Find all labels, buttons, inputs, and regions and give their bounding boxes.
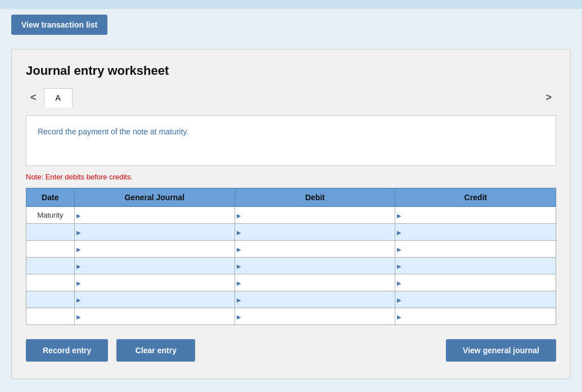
debit-cell[interactable] (235, 274, 395, 291)
journal-input[interactable] (75, 274, 234, 291)
col-date: Date (26, 188, 75, 207)
credit-input[interactable] (395, 258, 556, 274)
journal-cell[interactable] (74, 241, 234, 258)
journal-input[interactable] (75, 207, 234, 223)
journal-cell[interactable] (74, 224, 234, 241)
date-cell (26, 308, 75, 325)
date-cell (26, 241, 75, 258)
table-row (26, 241, 556, 258)
header-area: View transaction list (0, 9, 582, 40)
credit-input[interactable] (395, 274, 556, 291)
top-bar (0, 0, 582, 9)
debit-cell[interactable] (235, 291, 395, 308)
instruction-text: Record the payment of the note at maturi… (38, 127, 188, 136)
table-row (26, 274, 556, 291)
table-row (26, 308, 556, 325)
debit-input[interactable] (235, 224, 395, 240)
credit-input[interactable] (395, 241, 556, 257)
date-cell (26, 274, 75, 291)
col-credit: Credit (395, 188, 556, 207)
debit-input[interactable] (235, 258, 395, 274)
table-row (26, 224, 556, 241)
clear-entry-button[interactable]: Clear entry (116, 339, 195, 362)
journal-input[interactable] (75, 308, 234, 325)
journal-input[interactable] (75, 224, 234, 240)
view-general-journal-button[interactable]: View general journal (446, 339, 556, 362)
debit-cell[interactable] (235, 308, 395, 325)
debit-input[interactable] (235, 274, 395, 291)
col-debit: Debit (235, 188, 395, 207)
credit-cell[interactable] (395, 274, 556, 291)
credit-input[interactable] (395, 308, 556, 325)
journal-cell[interactable] (74, 274, 234, 291)
worksheet-title: Journal entry worksheet (26, 64, 556, 78)
credit-input[interactable] (395, 291, 556, 308)
credit-cell[interactable] (395, 207, 556, 224)
table-row (26, 291, 556, 308)
journal-cell[interactable] (74, 308, 234, 325)
table-row: Maturity (26, 207, 556, 224)
credit-cell[interactable] (395, 291, 556, 308)
debit-input[interactable] (235, 291, 395, 308)
journal-cell[interactable] (74, 258, 234, 274)
journal-table: Date General Journal Debit Credit Maturi… (26, 188, 556, 325)
date-cell (26, 224, 75, 241)
tabs-row: < A > (26, 88, 556, 107)
credit-cell[interactable] (395, 308, 556, 325)
table-row (26, 258, 556, 274)
tab-prev-button[interactable]: < (26, 89, 41, 106)
debit-input[interactable] (235, 241, 395, 257)
date-cell: Maturity (26, 207, 75, 224)
credit-input[interactable] (395, 224, 556, 240)
instruction-box: Record the payment of the note at maturi… (26, 115, 556, 166)
date-cell (26, 258, 75, 274)
credit-input[interactable] (395, 207, 556, 223)
journal-input[interactable] (75, 241, 234, 257)
record-entry-button[interactable]: Record entry (26, 339, 108, 362)
debit-cell[interactable] (235, 241, 395, 258)
journal-cell[interactable] (74, 291, 234, 308)
debit-cell[interactable] (235, 258, 395, 274)
debit-input[interactable] (235, 308, 395, 325)
journal-cell[interactable] (74, 207, 234, 224)
buttons-row: Record entry Clear entry View general jo… (26, 339, 556, 362)
table-header-row: Date General Journal Debit Credit (26, 188, 556, 207)
credit-cell[interactable] (395, 241, 556, 258)
col-general-journal: General Journal (74, 188, 234, 207)
debit-cell[interactable] (235, 207, 395, 224)
date-cell (26, 291, 75, 308)
credit-cell[interactable] (395, 258, 556, 274)
view-transaction-button[interactable]: View transaction list (11, 15, 107, 35)
journal-input[interactable] (75, 258, 234, 274)
note-text: Note: Enter debits before credits. (26, 173, 556, 181)
debit-input[interactable] (235, 207, 395, 223)
journal-input[interactable] (75, 291, 234, 308)
tab-next-button[interactable]: > (541, 89, 556, 106)
main-container: Journal entry worksheet < A > Record the… (11, 49, 571, 379)
tab-a[interactable]: A (44, 88, 73, 107)
debit-cell[interactable] (235, 224, 395, 241)
credit-cell[interactable] (395, 224, 556, 241)
